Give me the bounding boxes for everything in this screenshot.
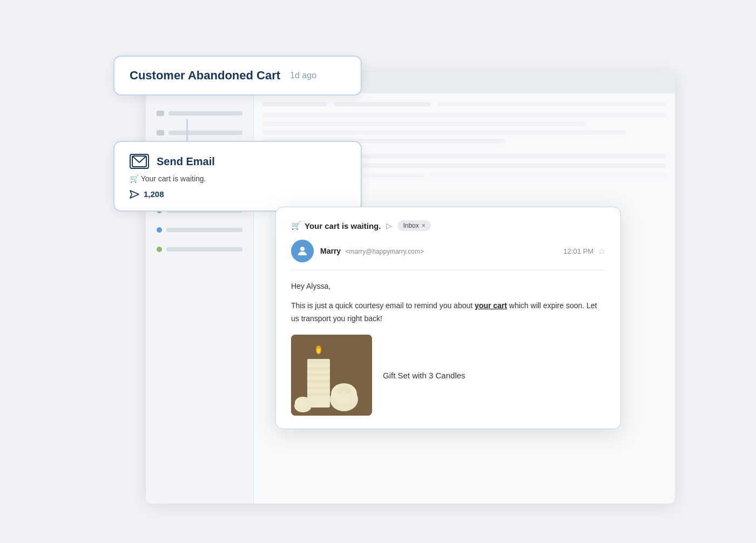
badge-label: Inbox <box>403 222 418 229</box>
trigger-time: 1d ago <box>290 71 316 80</box>
sidebar-line <box>166 247 242 252</box>
svg-rect-9 <box>307 386 330 389</box>
email-body: Hey Alyssa, This is just a quick courtes… <box>291 280 605 325</box>
sidebar-line <box>168 111 242 116</box>
trigger-card-content: Customer Abandoned Cart 1d ago <box>130 69 346 83</box>
email-greeting: Hey Alyssa, <box>291 280 605 293</box>
email-preview-popup: 🛒 Your cart is waiting. ▷ Inbox × Marry … <box>275 207 621 429</box>
sidebar-item <box>152 107 247 119</box>
svg-rect-6 <box>307 367 330 370</box>
sidebar-dot-blue2 <box>157 227 162 233</box>
email-body-text: This is just a quick courtesy email to r… <box>291 300 605 325</box>
svg-rect-5 <box>307 359 330 363</box>
scene: Sample Tab 1 × 🌐 Web eMail × + <box>81 39 675 504</box>
trash-icon <box>157 130 164 135</box>
svg-point-13 <box>317 348 320 354</box>
product-name: Gift Set with 3 Candles <box>383 371 465 380</box>
body-link: your cart <box>475 301 507 310</box>
action-title: Send Email <box>157 155 215 168</box>
svg-rect-8 <box>307 380 330 383</box>
send-time: 12:01 PM <box>563 247 593 255</box>
subject-text: Your cart is waiting. <box>305 221 381 230</box>
action-stats-count: 1,208 <box>144 189 164 199</box>
email-icon <box>130 154 149 169</box>
folder-icon <box>157 111 164 116</box>
email-product: Gift Set with 3 Candles <box>291 335 605 416</box>
email-preview-header: 🛒 Your cart is waiting. ▷ Inbox × <box>291 220 605 231</box>
email-subject: 🛒 Your cart is waiting. <box>291 221 381 230</box>
sender-time-row: 12:01 PM ☆ <box>563 246 605 256</box>
action-subtitle: 🛒 Your cart is waiting. <box>130 174 346 183</box>
subject-arrow-icon: ▷ <box>386 221 392 230</box>
svg-marker-1 <box>130 191 139 198</box>
star-icon[interactable]: ☆ <box>598 246 605 256</box>
action-stats: 1,208 <box>130 189 346 199</box>
svg-point-18 <box>341 384 347 391</box>
svg-rect-4 <box>307 359 330 408</box>
send-icon <box>130 190 139 199</box>
action-card: Send Email 🛒 Your cart is waiting. 1,208 <box>113 141 362 212</box>
sender-name-line: Marry <marry@happymarry.com> <box>320 246 557 256</box>
sender-name: Marry <box>320 247 341 255</box>
sender-email: <marry@happymarry.com> <box>346 248 424 255</box>
body-line1: This is just a quick courtesy email to r… <box>291 301 475 310</box>
email-sender-row: Marry <marry@happymarry.com> 12:01 PM ☆ <box>291 240 605 270</box>
subject-cart-icon: 🛒 <box>291 221 301 230</box>
sender-avatar <box>291 240 314 262</box>
svg-point-20 <box>295 397 311 409</box>
sidebar-dot-green2 <box>157 247 162 252</box>
sidebar-item <box>152 127 247 139</box>
svg-point-2 <box>300 247 305 251</box>
svg-rect-10 <box>307 393 330 396</box>
sidebar-item <box>152 224 247 236</box>
svg-rect-7 <box>307 374 330 376</box>
sidebar-line <box>166 228 242 232</box>
sender-info: Marry <marry@happymarry.com> <box>320 246 557 256</box>
action-card-header: Send Email <box>130 154 346 169</box>
badge-close-icon[interactable]: × <box>422 222 426 229</box>
trigger-title: Customer Abandoned Cart <box>130 69 280 83</box>
trigger-card: Customer Abandoned Cart 1d ago <box>113 56 362 96</box>
inbox-badge: Inbox × <box>397 220 430 231</box>
product-image <box>291 335 372 416</box>
sidebar-line <box>168 131 242 135</box>
sidebar-item <box>152 243 247 255</box>
